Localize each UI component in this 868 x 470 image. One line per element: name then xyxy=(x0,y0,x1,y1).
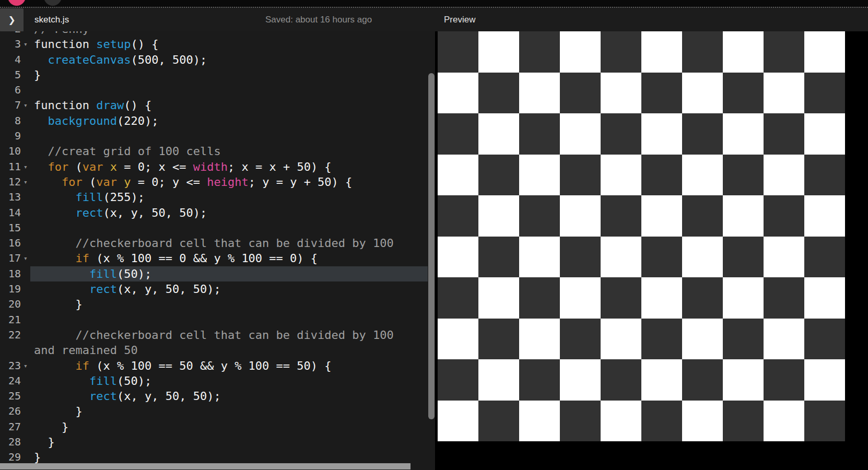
checkerboard-cell xyxy=(438,73,478,114)
code-line-3[interactable]: 3▾function setup() { xyxy=(0,37,435,52)
gutter[interactable]: 17▾ xyxy=(0,251,30,266)
gutter[interactable]: 10 xyxy=(0,144,30,159)
code-line-10[interactable]: 10 //creat grid of 100 cells xyxy=(0,144,435,159)
code-line-11[interactable]: 11▾ for (var x = 0; x <= width; x = x + … xyxy=(0,159,435,174)
code-line-17[interactable]: 17▾ if (x % 100 == 0 && y % 100 == 0) { xyxy=(0,251,435,266)
gutter[interactable]: 24 xyxy=(0,373,30,389)
code-line-26[interactable]: 26 } xyxy=(0,404,435,419)
code-text: } xyxy=(30,67,41,83)
gutter[interactable]: 3▾ xyxy=(0,37,30,52)
play-button-clipped[interactable] xyxy=(8,0,26,6)
sidebar-expand-button[interactable]: ❯ xyxy=(0,8,24,32)
code-line-4[interactable]: 4 createCanvas(500, 500); xyxy=(0,52,435,67)
gutter[interactable]: 29 xyxy=(0,450,30,465)
checkerboard-cell xyxy=(641,195,682,237)
code-line-7[interactable]: 7▾function draw() { xyxy=(0,98,435,113)
line-number: 9 xyxy=(0,128,21,144)
gutter[interactable]: 28 xyxy=(0,434,30,450)
gutter[interactable]: 13 xyxy=(0,190,30,205)
checkerboard-cell xyxy=(478,359,519,401)
fold-arrow-icon[interactable]: ▾ xyxy=(21,174,30,190)
fold-spacer xyxy=(21,266,30,281)
code-line-5[interactable]: 5} xyxy=(0,67,435,83)
code-line-6[interactable]: 6 xyxy=(0,83,435,98)
gutter[interactable]: 12▾ xyxy=(0,174,30,190)
editor-horizontal-scrollbar[interactable] xyxy=(0,463,410,469)
code-line-21[interactable]: 21 xyxy=(0,312,435,327)
gutter[interactable]: 18 xyxy=(0,266,30,281)
checkerboard-cell xyxy=(641,113,682,155)
checkerboard-cell xyxy=(438,401,478,442)
line-number: 6 xyxy=(0,83,21,98)
checkerboard-cell xyxy=(560,73,601,114)
gutter[interactable]: 26 xyxy=(0,404,30,419)
gutter[interactable] xyxy=(0,343,30,358)
code-line-22[interactable]: 22 //checkerboard cell that can be divid… xyxy=(0,327,435,343)
gutter[interactable]: 9 xyxy=(0,128,30,144)
code-text: } xyxy=(30,434,55,450)
code-text xyxy=(30,220,34,236)
line-number: 24 xyxy=(0,373,21,389)
checkerboard-cell xyxy=(478,319,519,360)
code-line-8[interactable]: 8 background(220); xyxy=(0,113,435,128)
gutter[interactable]: 16 xyxy=(0,236,30,251)
code-line-27[interactable]: 27 } xyxy=(0,419,435,434)
file-tab-sketchjs[interactable]: sketch.js xyxy=(34,8,69,31)
checkerboard-cell xyxy=(764,359,804,401)
gutter[interactable]: 23▾ xyxy=(0,358,30,373)
gutter[interactable]: 19 xyxy=(0,281,30,297)
code-line-13[interactable]: 13 fill(255); xyxy=(0,190,435,205)
fold-spacer xyxy=(21,312,30,327)
gutter[interactable]: 15 xyxy=(0,220,30,236)
editor-vertical-scrollbar[interactable] xyxy=(428,73,435,419)
stop-button-clipped[interactable] xyxy=(44,0,62,6)
gutter[interactable]: 22 xyxy=(0,327,30,343)
code-line-wrap[interactable]: and remained 50 xyxy=(0,343,435,358)
code-line-14[interactable]: 14 rect(x, y, 50, 50); xyxy=(0,205,435,220)
checkerboard-cell xyxy=(804,359,845,401)
gutter[interactable]: 4 xyxy=(0,52,30,67)
gutter[interactable]: 25 xyxy=(0,389,30,404)
code-line-28[interactable]: 28 } xyxy=(0,434,435,450)
gutter[interactable]: 14 xyxy=(0,205,30,220)
code-text: fill(255); xyxy=(30,190,145,205)
code-line-9[interactable]: 9 xyxy=(0,128,435,144)
code-line-18[interactable]: 18 fill(50); xyxy=(0,266,435,281)
code-line-20[interactable]: 20 } xyxy=(0,297,435,312)
code-line-2[interactable]: 2// Penny xyxy=(0,31,435,37)
code-editor[interactable]: 2// Penny3▾function setup() {4 createCan… xyxy=(0,31,435,470)
gutter[interactable]: 8 xyxy=(0,113,30,128)
checkerboard-cell xyxy=(601,73,641,114)
code-text: function draw() { xyxy=(30,98,151,113)
gutter[interactable]: 7▾ xyxy=(0,98,30,113)
fold-arrow-icon[interactable]: ▾ xyxy=(21,251,30,266)
checkerboard-cell xyxy=(438,113,478,155)
gutter[interactable]: 6 xyxy=(0,83,30,98)
preview-label: Preview xyxy=(444,8,475,31)
code-line-19[interactable]: 19 rect(x, y, 50, 50); xyxy=(0,281,435,297)
code-line-12[interactable]: 12▾ for (var y = 0; y <= height; y = y +… xyxy=(0,174,435,190)
gutter[interactable]: 20 xyxy=(0,297,30,312)
gutter[interactable]: 2 xyxy=(0,31,30,37)
fold-arrow-icon[interactable]: ▾ xyxy=(21,358,30,373)
checkerboard-cell xyxy=(438,359,478,401)
code-text: fill(50); xyxy=(30,373,151,389)
fold-arrow-icon[interactable]: ▾ xyxy=(21,159,30,174)
code-line-16[interactable]: 16 //checkerboard cell that can be divid… xyxy=(0,236,435,251)
fold-spacer xyxy=(21,205,30,220)
fold-arrow-icon[interactable]: ▾ xyxy=(21,98,30,113)
code-line-23[interactable]: 23▾ if (x % 100 == 50 && y % 100 == 50) … xyxy=(0,358,435,373)
checkerboard-cell xyxy=(682,113,723,155)
checkerboard-cell xyxy=(438,155,478,196)
checkerboard-cell xyxy=(682,401,723,442)
code-line-15[interactable]: 15 xyxy=(0,220,435,236)
code-line-24[interactable]: 24 fill(50); xyxy=(0,373,435,389)
gutter[interactable]: 11▾ xyxy=(0,159,30,174)
fold-arrow-icon[interactable]: ▾ xyxy=(21,37,30,52)
fold-spacer xyxy=(21,83,30,98)
gutter[interactable]: 5 xyxy=(0,67,30,83)
code-line-25[interactable]: 25 rect(x, y, 50, 50); xyxy=(0,389,435,404)
checkerboard-cell xyxy=(438,277,478,319)
gutter[interactable]: 27 xyxy=(0,419,30,434)
gutter[interactable]: 21 xyxy=(0,312,30,327)
